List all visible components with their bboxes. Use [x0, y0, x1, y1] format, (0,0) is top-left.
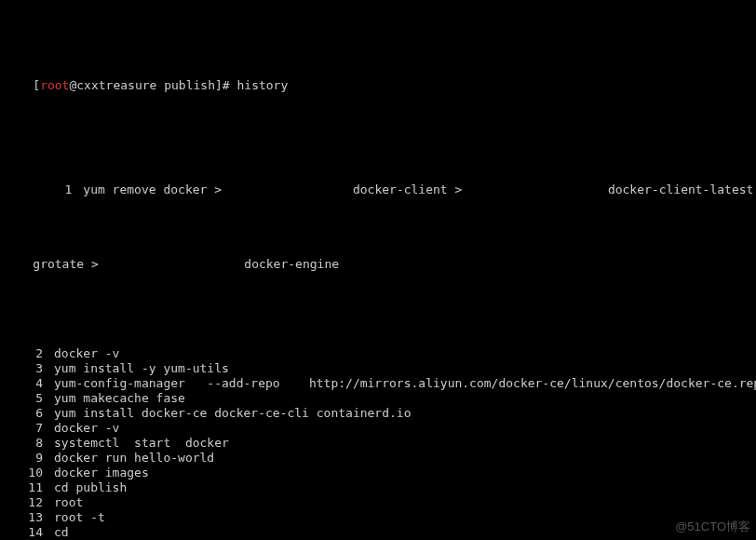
history-num: 7 [4, 421, 54, 436]
history-line-1: 1yum remove docker > docker-client > doc… [4, 168, 752, 212]
watermark: @51CTO博客 [675, 520, 750, 534]
history-cmd: yum makecache fase [54, 391, 185, 405]
history-line: 14cd [4, 525, 752, 540]
history-line: 3yum install -y yum-utils [4, 361, 752, 376]
history-line: 13root -t [4, 510, 752, 525]
history-line: 8systemctl start docker [4, 436, 752, 451]
history-line: 9docker run hello-world [4, 451, 752, 466]
history-num: 4 [4, 376, 54, 391]
prompt-cwd: publish [164, 78, 215, 92]
history-cmd: yum-config-manager --add-repo http://mir… [54, 376, 756, 390]
history-num: 12 [4, 495, 54, 510]
prompt-user: root [40, 78, 69, 92]
history-cmd: systemctl start docker [54, 436, 229, 450]
history-cmd: yum install -y yum-utils [54, 361, 229, 375]
history-num: 14 [4, 525, 54, 540]
history-line: 2docker -v [4, 346, 752, 361]
history-cmd: docker -v [54, 421, 119, 435]
history-line: 5yum makecache fase [4, 391, 752, 406]
history-num: 8 [4, 436, 54, 451]
history-cmd: cd [54, 525, 69, 539]
history-cmd: docker run hello-world [54, 451, 214, 465]
history-cmd: docker -v [54, 346, 119, 360]
history-num: 6 [4, 406, 54, 421]
history-line: 4yum-config-manager --add-repo http://mi… [4, 376, 752, 391]
history-line: 12root [4, 495, 752, 510]
history-list: 2docker -v3yum install -y yum-utils4yum-… [4, 346, 752, 540]
history-frag-b: docker-client > [353, 182, 462, 196]
history-wrap-b: docker-engine [244, 257, 339, 271]
history-num: 11 [4, 480, 54, 495]
history-line: 7docker -v [4, 421, 752, 436]
terminal[interactable]: [root@cxxtreasure publish]# history 1yum… [0, 0, 756, 540]
history-line-1-wrap: grotate > docker-engine [4, 242, 752, 287]
history-cmd: docker images [54, 466, 149, 479]
history-num: 1 [33, 182, 83, 197]
prompt-host: cxxtreasure [76, 78, 156, 92]
history-cmd: cd publish [54, 480, 127, 494]
prompt-sigil: # [223, 78, 230, 92]
history-num: 3 [4, 361, 54, 376]
history-wrap-a: grotate > [33, 257, 98, 271]
typed-command: history [236, 78, 288, 92]
prompt-close: ] [215, 78, 223, 92]
history-num: 13 [4, 510, 54, 525]
history-frag-a: yum remove docker > [83, 182, 222, 196]
history-num: 10 [4, 466, 54, 480]
history-num: 2 [4, 346, 54, 361]
history-line: 10docker images [4, 466, 752, 480]
history-cmd: yum install docker-ce docker-ce-cli cont… [54, 406, 412, 420]
history-num: 9 [4, 451, 54, 466]
history-line: 6yum install docker-ce docker-ce-cli con… [4, 406, 752, 421]
history-num: 5 [4, 391, 54, 406]
history-cmd: root -t [54, 510, 105, 524]
history-frag-c: docker-client-latest > [608, 182, 756, 196]
prompt-line-top: [root@cxxtreasure publish]# history [4, 63, 752, 108]
history-line: 11cd publish [4, 480, 752, 495]
prompt-open: [ [33, 78, 40, 92]
history-cmd: root [54, 495, 83, 509]
